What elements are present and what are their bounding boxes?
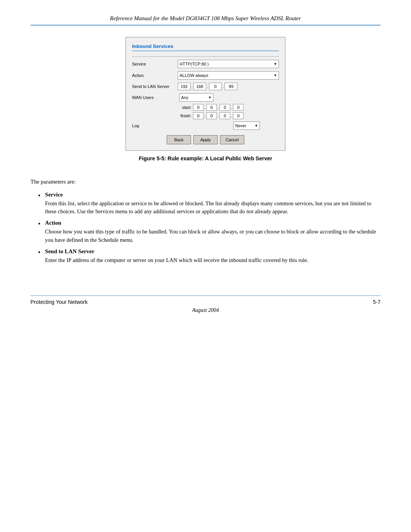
finish-ip-3[interactable] <box>220 112 230 119</box>
finish-row: finish: . . . <box>178 112 279 119</box>
figure-container: Inbound Services Service HTTP(TCP:80 ) ▼… <box>30 37 381 170</box>
header-title: Reference Manual for the Model DG834GT 1… <box>110 15 301 21</box>
bullet-title-send-lan: Send to LAN Server <box>45 248 381 255</box>
footer-page-number: 5-7 <box>373 299 381 305</box>
finish-ip-4[interactable] <box>233 112 244 119</box>
page-header: Reference Manual for the Model DG834GT 1… <box>30 15 381 26</box>
bullet-dot-2: • <box>38 220 40 228</box>
footer-date: August 2004 <box>30 307 381 313</box>
divider <box>132 56 279 57</box>
inbound-services-title: Inbound Services <box>132 43 279 51</box>
start-ip-3[interactable] <box>220 104 230 111</box>
button-row: Back Apply Cancel <box>132 135 279 144</box>
service-row: Service HTTP(TCP:80 ) ▼ <box>132 60 279 68</box>
page-footer: Protecting Your Network 5-7 <box>30 296 381 305</box>
service-label: Service <box>132 62 178 66</box>
start-ip-fields: . . . <box>193 104 244 111</box>
log-row: Log Never ▼ <box>132 121 279 130</box>
start-label: start: <box>178 105 193 110</box>
lan-ip-field-1[interactable] <box>178 83 191 90</box>
bullet-desc-service: From this list, select the application o… <box>45 200 381 216</box>
start-dot-2: . <box>218 105 219 110</box>
start-row: start: . . . <box>178 104 279 111</box>
finish-dot-2: . <box>218 113 219 118</box>
action-value: ALLOW always <box>180 73 208 78</box>
cancel-button[interactable]: Cancel <box>220 135 244 144</box>
start-ip-4[interactable] <box>233 104 244 111</box>
service-dropdown-arrow: ▼ <box>274 62 277 66</box>
bullet-item-send-lan: • Send to LAN Server Enter the IP addres… <box>38 248 381 265</box>
action-select[interactable]: ALLOW always ▼ <box>178 71 279 80</box>
send-to-lan-label: Send to LAN Server <box>132 84 178 89</box>
ip-dot-3: . <box>223 84 224 89</box>
lan-ip-field-2[interactable] <box>193 83 206 90</box>
log-label: Log <box>132 123 178 128</box>
start-ip-1[interactable] <box>193 104 204 111</box>
log-dropdown-arrow: ▼ <box>255 124 258 128</box>
back-button[interactable]: Back <box>167 135 191 144</box>
bullet-title-action: Action <box>45 220 381 226</box>
service-select[interactable]: HTTP(TCP:80 ) ▼ <box>178 60 279 68</box>
bullet-dot-3: • <box>38 248 40 257</box>
send-to-lan-row: Send to LAN Server . . . <box>132 83 279 90</box>
lan-ip-field-3[interactable] <box>209 83 222 90</box>
service-value: HTTP(TCP:80 ) <box>180 62 209 66</box>
ip-dot-1: . <box>191 84 193 89</box>
finish-ip-fields: . . . <box>193 112 244 119</box>
start-dot-3: . <box>231 105 232 110</box>
bullet-item-action: • Action Choose how you want this type o… <box>38 220 381 244</box>
start-ip-2[interactable] <box>206 104 217 111</box>
bullet-content-send-lan: Send to LAN Server Enter the IP address … <box>45 248 381 265</box>
bullet-list: • Service From this list, select the app… <box>38 192 381 268</box>
bullet-content-service: Service From this list, select the appli… <box>45 192 381 216</box>
wan-users-dropdown-arrow: ▼ <box>208 96 212 99</box>
action-row: Action ALLOW always ▼ <box>132 71 279 80</box>
finish-ip-1[interactable] <box>193 112 204 119</box>
action-dropdown-arrow: ▼ <box>274 73 277 77</box>
bullet-desc-send-lan: Enter the IP address of the computer or … <box>45 256 381 265</box>
lan-ip-fields: . . . <box>178 83 237 90</box>
bullet-dot-1: • <box>38 192 40 200</box>
finish-dot-1: . <box>204 113 206 118</box>
log-select[interactable]: Never ▼ <box>233 121 260 130</box>
log-value: Never <box>235 123 246 128</box>
start-finish-section: start: . . . finish: <box>178 104 279 119</box>
screenshot-box: Inbound Services Service HTTP(TCP:80 ) ▼… <box>126 37 285 151</box>
wan-users-row: WAN Users Any ▼ <box>132 93 279 102</box>
start-dot-1: . <box>204 105 206 110</box>
footer-left-text: Protecting Your Network <box>30 299 88 305</box>
finish-ip-2[interactable] <box>206 112 217 119</box>
apply-button[interactable]: Apply <box>193 135 218 144</box>
figure-caption: Figure 5-5: Rule example: A Local Public… <box>139 155 272 161</box>
bullet-title-service: Service <box>45 192 381 198</box>
action-label: Action <box>132 73 178 78</box>
intro-text: The parameters are: <box>30 177 381 186</box>
bullet-desc-action: Choose how you want this type of traffic… <box>45 228 381 244</box>
bullet-content-action: Action Choose how you want this type of … <box>45 220 381 244</box>
ip-dot-2: . <box>207 84 208 89</box>
wan-users-value: Any <box>181 95 188 100</box>
wan-users-select[interactable]: Any ▼ <box>179 93 213 102</box>
finish-label: finish: <box>178 113 193 118</box>
lan-ip-field-4[interactable] <box>225 83 237 90</box>
bullet-item-service: • Service From this list, select the app… <box>38 192 381 216</box>
wan-users-label: WAN Users <box>132 95 178 100</box>
page-container: Reference Manual for the Model DG834GT 1… <box>0 0 411 532</box>
finish-dot-3: . <box>231 113 232 118</box>
